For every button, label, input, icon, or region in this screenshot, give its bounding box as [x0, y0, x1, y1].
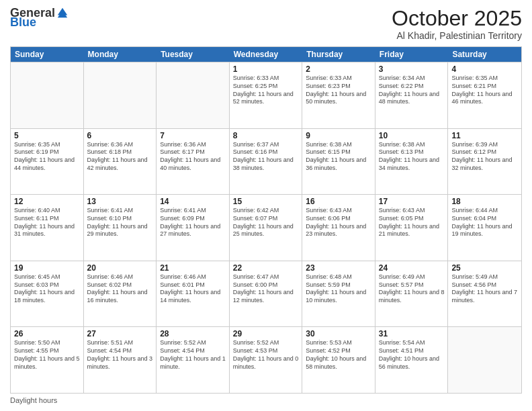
- cell-info: Sunrise: 6:35 AM Sunset: 6:21 PM Dayligh…: [451, 75, 518, 106]
- cell-day-number: 25: [451, 263, 518, 273]
- table-row: 16Sunrise: 6:43 AM Sunset: 6:06 PM Dayli…: [302, 195, 375, 261]
- cell-day-number: 28: [160, 329, 226, 338]
- cell-info: Sunrise: 5:52 AM Sunset: 4:53 PM Dayligh…: [233, 339, 299, 371]
- table-row: 8Sunrise: 6:37 AM Sunset: 6:16 PM Daylig…: [230, 129, 303, 195]
- cell-day-number: 6: [87, 131, 153, 140]
- cell-info: Sunrise: 5:49 AM Sunset: 4:56 PM Dayligh…: [451, 273, 518, 305]
- cell-day-number: 3: [379, 64, 445, 74]
- cell-day-number: 18: [451, 197, 518, 206]
- cell-day-number: 29: [233, 329, 299, 338]
- cell-day-number: 26: [14, 329, 80, 338]
- title-block: October 2025 Al Khadir, Palestinian Terr…: [392, 7, 522, 41]
- cell-info: Sunrise: 6:38 AM Sunset: 6:13 PM Dayligh…: [379, 141, 445, 173]
- calendar-row-2: 5Sunrise: 6:35 AM Sunset: 6:19 PM Daylig…: [11, 128, 521, 195]
- table-row: [448, 327, 521, 393]
- table-row: 18Sunrise: 6:44 AM Sunset: 6:04 PM Dayli…: [448, 195, 521, 261]
- table-row: 7Sunrise: 6:36 AM Sunset: 6:17 PM Daylig…: [157, 129, 230, 195]
- location-title: Al Khadir, Palestinian Territory: [392, 30, 522, 41]
- table-row: 15Sunrise: 6:42 AM Sunset: 6:07 PM Dayli…: [230, 195, 303, 261]
- table-row: 13Sunrise: 6:41 AM Sunset: 6:10 PM Dayli…: [84, 195, 157, 261]
- logo-icon: [56, 7, 69, 19]
- cell-day-number: 8: [233, 131, 299, 140]
- cell-info: Sunrise: 6:34 AM Sunset: 6:22 PM Dayligh…: [379, 75, 445, 106]
- table-row: 31Sunrise: 5:54 AM Sunset: 4:51 PM Dayli…: [375, 327, 449, 393]
- table-row: 20Sunrise: 6:46 AM Sunset: 6:02 PM Dayli…: [84, 261, 157, 327]
- cell-info: Sunrise: 6:37 AM Sunset: 6:16 PM Dayligh…: [233, 141, 299, 173]
- cell-day-number: 30: [306, 329, 371, 338]
- cell-day-number: 7: [160, 131, 226, 140]
- cell-info: Sunrise: 6:46 AM Sunset: 6:01 PM Dayligh…: [160, 273, 226, 305]
- header-tuesday: Tuesday: [157, 47, 230, 62]
- table-row: 4Sunrise: 6:35 AM Sunset: 6:21 PM Daylig…: [448, 62, 521, 128]
- cell-info: Sunrise: 6:43 AM Sunset: 6:05 PM Dayligh…: [379, 207, 445, 238]
- cell-day-number: 2: [306, 64, 371, 74]
- table-row: 17Sunrise: 6:43 AM Sunset: 6:05 PM Dayli…: [375, 195, 449, 261]
- logo: General Blue: [10, 7, 69, 28]
- cell-day-number: 1: [233, 64, 299, 74]
- day-headers: Sunday Monday Tuesday Wednesday Thursday…: [11, 47, 521, 62]
- cell-day-number: 24: [379, 263, 445, 273]
- cell-day-number: 13: [87, 197, 153, 206]
- header-saturday: Saturday: [448, 47, 521, 62]
- table-row: 28Sunrise: 5:52 AM Sunset: 4:54 PM Dayli…: [157, 327, 230, 393]
- table-row: 27Sunrise: 5:51 AM Sunset: 4:54 PM Dayli…: [84, 327, 157, 393]
- cell-day-number: 19: [14, 263, 80, 273]
- cell-info: Sunrise: 6:41 AM Sunset: 6:09 PM Dayligh…: [160, 207, 226, 238]
- month-title: October 2025: [392, 7, 522, 30]
- table-row: 12Sunrise: 6:40 AM Sunset: 6:11 PM Dayli…: [11, 195, 84, 261]
- cell-day-number: 17: [379, 197, 445, 206]
- table-row: [157, 62, 230, 128]
- cell-info: Sunrise: 5:53 AM Sunset: 4:52 PM Dayligh…: [306, 339, 371, 371]
- table-row: 3Sunrise: 6:34 AM Sunset: 6:22 PM Daylig…: [375, 62, 449, 128]
- cell-day-number: 20: [87, 263, 153, 273]
- table-row: 1Sunrise: 6:33 AM Sunset: 6:25 PM Daylig…: [230, 62, 303, 128]
- table-row: 19Sunrise: 6:45 AM Sunset: 6:03 PM Dayli…: [11, 261, 84, 327]
- cell-day-number: 12: [14, 197, 80, 206]
- cell-info: Sunrise: 6:38 AM Sunset: 6:15 PM Dayligh…: [306, 141, 371, 173]
- calendar-row-4: 19Sunrise: 6:45 AM Sunset: 6:03 PM Dayli…: [11, 261, 521, 327]
- table-row: 26Sunrise: 5:50 AM Sunset: 4:55 PM Dayli…: [11, 327, 84, 393]
- table-row: 21Sunrise: 6:46 AM Sunset: 6:01 PM Dayli…: [157, 261, 230, 327]
- calendar-row-5: 26Sunrise: 5:50 AM Sunset: 4:55 PM Dayli…: [11, 326, 521, 393]
- header-friday: Friday: [375, 47, 449, 62]
- table-row: 25Sunrise: 5:49 AM Sunset: 4:56 PM Dayli…: [448, 261, 521, 327]
- cell-info: Sunrise: 6:46 AM Sunset: 6:02 PM Dayligh…: [87, 273, 153, 305]
- header-sunday: Sunday: [11, 47, 84, 62]
- cell-info: Sunrise: 6:45 AM Sunset: 6:03 PM Dayligh…: [14, 273, 80, 305]
- cell-info: Sunrise: 6:36 AM Sunset: 6:18 PM Dayligh…: [87, 141, 153, 173]
- cell-day-number: 21: [160, 263, 226, 273]
- cell-day-number: 27: [87, 329, 153, 338]
- table-row: 6Sunrise: 6:36 AM Sunset: 6:18 PM Daylig…: [84, 129, 157, 195]
- cell-day-number: 11: [451, 131, 518, 140]
- cell-info: Sunrise: 6:49 AM Sunset: 5:57 PM Dayligh…: [379, 273, 445, 305]
- cell-day-number: 4: [451, 64, 518, 74]
- cell-info: Sunrise: 6:41 AM Sunset: 6:10 PM Dayligh…: [87, 207, 153, 238]
- cell-info: Sunrise: 6:40 AM Sunset: 6:11 PM Dayligh…: [14, 207, 80, 238]
- cell-info: Sunrise: 6:33 AM Sunset: 6:25 PM Dayligh…: [233, 75, 299, 106]
- cell-info: Sunrise: 6:35 AM Sunset: 6:19 PM Dayligh…: [14, 141, 80, 173]
- cell-info: Sunrise: 6:42 AM Sunset: 6:07 PM Dayligh…: [233, 207, 299, 238]
- cell-info: Sunrise: 6:47 AM Sunset: 6:00 PM Dayligh…: [233, 273, 299, 305]
- cell-info: Sunrise: 6:39 AM Sunset: 6:12 PM Dayligh…: [451, 141, 518, 173]
- cell-info: Sunrise: 6:36 AM Sunset: 6:17 PM Dayligh…: [160, 141, 226, 173]
- logo-blue-text: Blue: [10, 16, 36, 28]
- cell-info: Sunrise: 6:44 AM Sunset: 6:04 PM Dayligh…: [451, 207, 518, 238]
- table-row: 22Sunrise: 6:47 AM Sunset: 6:00 PM Dayli…: [230, 261, 303, 327]
- table-row: 5Sunrise: 6:35 AM Sunset: 6:19 PM Daylig…: [11, 129, 84, 195]
- table-row: [84, 62, 157, 128]
- cell-info: Sunrise: 6:48 AM Sunset: 5:59 PM Dayligh…: [306, 273, 371, 305]
- cell-info: Sunrise: 6:43 AM Sunset: 6:06 PM Dayligh…: [306, 207, 371, 238]
- table-row: 11Sunrise: 6:39 AM Sunset: 6:12 PM Dayli…: [448, 129, 521, 195]
- calendar: Sunday Monday Tuesday Wednesday Thursday…: [10, 46, 522, 394]
- header-monday: Monday: [84, 47, 157, 62]
- cell-day-number: 22: [233, 263, 299, 273]
- cell-info: Sunrise: 5:51 AM Sunset: 4:54 PM Dayligh…: [87, 339, 153, 371]
- table-row: 29Sunrise: 5:52 AM Sunset: 4:53 PM Dayli…: [230, 327, 303, 393]
- cell-day-number: 5: [14, 131, 80, 140]
- table-row: [11, 62, 84, 128]
- header: General Blue October 2025 Al Khadir, Pal…: [10, 7, 522, 41]
- table-row: 10Sunrise: 6:38 AM Sunset: 6:13 PM Dayli…: [375, 129, 449, 195]
- header-wednesday: Wednesday: [230, 47, 303, 62]
- footer: Daylight hours: [10, 396, 522, 404]
- cell-day-number: 14: [160, 197, 226, 206]
